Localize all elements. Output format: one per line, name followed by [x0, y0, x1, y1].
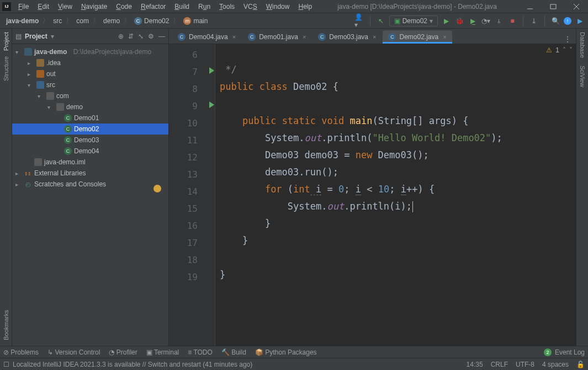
- folder-icon: [36, 59, 44, 67]
- run-config-selector[interactable]: ▣ Demo02 ▾: [389, 15, 438, 26]
- menu-run[interactable]: Run: [194, 1, 214, 12]
- stop-button[interactable]: ■: [507, 16, 517, 26]
- debug-button[interactable]: 🐞: [454, 16, 464, 26]
- menu-code[interactable]: Code: [112, 1, 136, 12]
- menu-window[interactable]: Window: [262, 1, 294, 12]
- tabs-more[interactable]: ⋮: [453, 35, 576, 44]
- tree-row-iml[interactable]: java-demo.iml: [12, 157, 168, 168]
- maximize-button[interactable]: [542, 0, 565, 13]
- quick-access-icon[interactable]: ☐: [3, 361, 9, 368]
- separator: [370, 16, 370, 26]
- tool-todo[interactable]: ≡ TODO: [188, 348, 213, 356]
- menu-edit[interactable]: Edit: [34, 1, 53, 12]
- code-line: demo03.run();: [220, 167, 338, 178]
- update-available-icon[interactable]: ↑: [564, 17, 571, 25]
- tree-row-com[interactable]: ▾ com: [12, 90, 168, 101]
- minimize-button[interactable]: [518, 0, 542, 13]
- tree-row-class[interactable]: C Demo01: [12, 112, 168, 124]
- attach-button[interactable]: ⫰: [494, 16, 504, 26]
- tool-project-tab[interactable]: Project: [3, 32, 9, 51]
- tool-version-control[interactable]: ↳ Version Control: [47, 348, 100, 356]
- project-tree[interactable]: ▾ java-demo D:\IdeaProjects\java-demo ▸ …: [12, 44, 168, 346]
- fold-gutter[interactable]: [202, 44, 215, 346]
- tree-row-external-libraries[interactable]: ▸ ⫾⫾ External Libraries: [12, 168, 168, 179]
- status-message[interactable]: Localized IntelliJ IDEA 2021.3.3 is avai…: [13, 361, 252, 368]
- intention-bulb-icon[interactable]: [153, 185, 161, 192]
- tree-row-idea[interactable]: ▸ .idea: [12, 57, 168, 68]
- close-tab-icon[interactable]: ×: [442, 34, 446, 40]
- editor-tab-active[interactable]: C Demo02.java ×: [383, 30, 452, 44]
- menu-navigate[interactable]: Navigate: [77, 1, 111, 12]
- crumb-label: com: [76, 17, 89, 25]
- tool-database-tab[interactable]: Database: [579, 32, 586, 58]
- nav-crumb-demo[interactable]: demo: [100, 16, 123, 26]
- tree-row-root[interactable]: ▾ java-demo D:\IdeaProjects\java-demo: [12, 46, 168, 57]
- run-gutter-icon[interactable]: [209, 101, 214, 108]
- tool-build[interactable]: 🔨 Build: [221, 348, 246, 356]
- status-eol[interactable]: CRLF: [491, 361, 508, 368]
- tree-row-demo[interactable]: ▾ demo: [12, 101, 168, 112]
- nav-crumb-src[interactable]: src: [50, 16, 65, 26]
- user-add-icon[interactable]: 👤▾: [354, 16, 364, 26]
- code-line: for (int i = 0; i < 10; i++) {: [220, 184, 435, 195]
- profile-button[interactable]: ◔▾: [481, 16, 491, 26]
- tool-structure-tab[interactable]: Structure: [3, 56, 9, 81]
- search-everywhere-button[interactable]: 🔍: [550, 16, 560, 26]
- menu-file[interactable]: File: [14, 1, 33, 12]
- select-opened-file-icon[interactable]: ⊕: [118, 33, 124, 40]
- menu-refactor[interactable]: Refactor: [137, 1, 169, 12]
- tree-row-out[interactable]: ▸ out: [12, 68, 168, 79]
- tree-row-class[interactable]: C Demo03: [12, 135, 168, 146]
- vcs-update-button[interactable]: ⤓: [529, 16, 539, 26]
- tool-bookmarks-tab[interactable]: Bookmarks: [3, 310, 9, 340]
- menu-tools[interactable]: Tools: [215, 1, 239, 12]
- hide-panel-icon[interactable]: —: [158, 33, 165, 40]
- tree-row-src[interactable]: ▾ src: [12, 79, 168, 90]
- editor-tab[interactable]: C Demo03.java ×: [312, 30, 382, 44]
- close-tab-icon[interactable]: ×: [301, 34, 306, 40]
- menu-help[interactable]: Help: [294, 1, 316, 12]
- editor-tab[interactable]: C Demo04.java ×: [172, 30, 241, 44]
- code-text[interactable]: */ public class Demo02 { public static v…: [215, 44, 576, 346]
- chevron-down-icon[interactable]: ▾: [51, 33, 54, 40]
- build-hammer-icon[interactable]: ↖: [376, 16, 386, 26]
- stripe-label: Bookmarks: [3, 310, 9, 340]
- tree-row-class[interactable]: C Demo04: [12, 146, 168, 157]
- nav-crumb-project[interactable]: java-demo: [3, 16, 41, 26]
- tree-row-class[interactable]: C Demo02: [12, 124, 168, 135]
- code-editor[interactable]: ⚠ 1 ˄ ˅ 6 7 8 9 10 11 12 13 14 15 16 17 …: [169, 44, 576, 346]
- menu-view[interactable]: View: [54, 1, 76, 12]
- code-with-me-icon[interactable]: ▶: [575, 16, 585, 26]
- line-number: 12: [169, 149, 198, 166]
- tool-problems[interactable]: ⊘ Problems: [3, 348, 39, 356]
- nav-crumb-class[interactable]: CDemo02: [131, 16, 172, 26]
- tool-profiler[interactable]: ◔ Profiler: [109, 348, 137, 356]
- expand-all-icon[interactable]: ⇵: [128, 33, 134, 40]
- run-button[interactable]: ▶: [441, 16, 451, 26]
- nav-crumb-method[interactable]: mmain: [181, 16, 210, 26]
- close-tab-icon[interactable]: ×: [372, 34, 376, 40]
- chevron-right-icon: 〉: [43, 16, 49, 25]
- gear-icon[interactable]: ⚙: [148, 33, 154, 40]
- tool-event-log[interactable]: 2 Event Log: [544, 348, 585, 356]
- iml-icon: [34, 158, 42, 166]
- close-tab-icon[interactable]: ×: [231, 34, 236, 40]
- tool-python-packages[interactable]: 📦 Python Packages: [255, 348, 317, 356]
- tool-sciview-tab[interactable]: SciView: [579, 66, 586, 87]
- status-encoding[interactable]: UTF-8: [516, 361, 534, 368]
- project-header-title[interactable]: Project: [25, 33, 47, 40]
- tool-terminal[interactable]: ▣ Terminal: [146, 348, 179, 356]
- nav-crumb-com[interactable]: com: [73, 16, 92, 26]
- editor-tab[interactable]: C Demo01.java ×: [242, 30, 311, 44]
- close-button[interactable]: [565, 0, 588, 13]
- tree-row-scratches[interactable]: ▸ ◴ Scratches and Consoles: [12, 179, 168, 190]
- readonly-lock-icon[interactable]: 🔓: [576, 361, 585, 368]
- status-indent[interactable]: 4 spaces: [542, 361, 569, 368]
- run-gutter-icon[interactable]: [209, 67, 214, 74]
- coverage-button[interactable]: ▶̲: [468, 16, 478, 26]
- menu-vcs[interactable]: VCS: [240, 1, 261, 12]
- package-icon: [56, 103, 64, 111]
- collapse-all-icon[interactable]: ⤡: [138, 33, 144, 40]
- line-number: 17: [169, 234, 198, 251]
- menu-build[interactable]: Build: [171, 1, 193, 12]
